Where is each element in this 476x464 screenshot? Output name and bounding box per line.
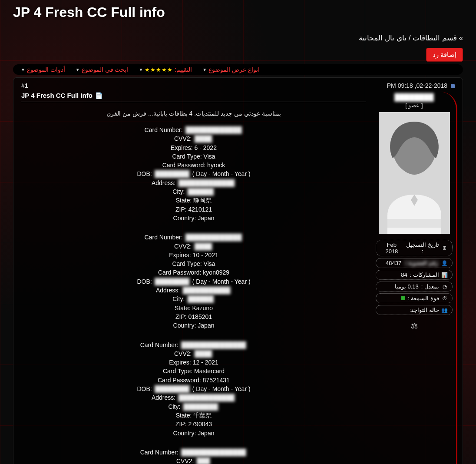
user-sidebar: ████████ [ عضو ] 🗓 تاريخ التسجيل : — [375, 92, 457, 464]
document-icon: 📄 — [95, 92, 102, 99]
page-title: JP 4 Fresh CC Full info — [13, 4, 463, 20]
stat-label: بمعدل : — [421, 283, 439, 290]
stat-posts: 📊 المشاركات : 84 — [376, 270, 453, 280]
stat-value: 48437 — [386, 260, 401, 266]
toolbar-rating[interactable]: التقييم: ★★★★★ ▼ — [139, 66, 192, 73]
stat-value: 84 — [401, 272, 407, 278]
status-indicator-icon — [451, 84, 455, 88]
card-record: Card Number: █████████████CVV2: ████Expi… — [21, 233, 366, 330]
toolbar-display[interactable]: انواع عرض الموضوع ▼ — [202, 66, 260, 73]
stat-label: حالة التواجد: — [410, 307, 439, 313]
thread-title: JP 4 Fresh CC Full info — [21, 92, 93, 99]
toolbar-tools[interactable]: أدوات الموضوع ▼ — [21, 66, 65, 73]
card-record: Card Number: █████████████CVV2: ████Expi… — [21, 126, 366, 222]
post-number: #1 — [21, 82, 28, 89]
bars-icon: 📊 — [442, 272, 448, 278]
breadcrumb[interactable]: » قسم البطاقات / باي بال المجانية — [13, 33, 463, 43]
post-content: 📄 JP 4 Fresh CC Full info بمناسبة عودتي … — [19, 92, 369, 464]
toolbar-display-label: انواع عرض الموضوع — [208, 66, 260, 73]
caret-down-icon: ▼ — [202, 67, 207, 72]
id-icon: 👤 — [442, 260, 448, 266]
stat-label: المشاركات : — [410, 272, 439, 278]
reply-button[interactable]: إضافة رد — [426, 48, 463, 62]
intro-text: بمناسبة عودتي من جديد للمنتديات. 4 بطاقا… — [21, 110, 366, 117]
svg-rect-1 — [385, 219, 444, 228]
toolbar-tools-label: أدوات الموضوع — [27, 66, 65, 73]
reputation-square-icon — [401, 296, 405, 300]
gauge-icon: ⏱ — [442, 295, 448, 302]
stat-member-id: 👤 رقم العضوية : 48437 — [376, 258, 453, 268]
stat-value: Feb 2018 — [380, 242, 403, 255]
stat-join-date: 🗓 تاريخ التسجيل : Feb 2018 — [376, 240, 453, 256]
username[interactable]: ████████ — [375, 93, 453, 101]
scale-icon[interactable]: ⚖ — [375, 321, 453, 331]
caret-down-icon: ▼ — [21, 67, 25, 72]
user-rank: [ عضو ] — [375, 102, 453, 109]
toolbar-search[interactable]: ابحث في الموضوع ▼ — [76, 66, 129, 73]
card-record: Card Number: ███████████████CVV2: ████Ex… — [21, 341, 366, 437]
stat-rate: ◔ بمعدل : 0.13 يوميا — [376, 282, 453, 292]
card-record: Card Number: ███████████████CVV2: ███Exp… — [21, 448, 366, 464]
presence-icon: 👥 — [442, 307, 448, 313]
stat-presence: 👥 حالة التواجد: — [376, 305, 453, 315]
toolbar-rating-label: التقييم: — [175, 66, 192, 73]
stat-value: 0.13 يوميا — [395, 283, 419, 290]
separator — [21, 102, 366, 102]
avatar[interactable] — [379, 112, 450, 234]
caret-down-icon: ▼ — [76, 67, 80, 72]
stat-label: تاريخ التسجيل : — [406, 242, 440, 255]
star-icon: ★★★★★ — [145, 66, 173, 73]
stat-reputation: ⏱ قوة السمعة : — [376, 293, 453, 303]
pie-icon: ◔ — [442, 284, 448, 290]
post-timestamp: 02-22-2018, 09:18 PM — [387, 82, 455, 89]
toolbar-search-label: ابحث في الموضوع — [82, 66, 129, 73]
stat-label: قوة السمعة : — [408, 295, 439, 302]
thread-toolbar: أدوات الموضوع ▼ ابحث في الموضوع ▼ التقيي… — [13, 64, 463, 75]
calendar-icon: 🗓 — [442, 245, 448, 251]
post-container: 02-22-2018, 09:18 PM #1 ████████ [ عضو ] — [13, 77, 463, 464]
stat-label: رقم العضوية : — [404, 260, 439, 266]
caret-down-icon: ▼ — [139, 67, 143, 72]
